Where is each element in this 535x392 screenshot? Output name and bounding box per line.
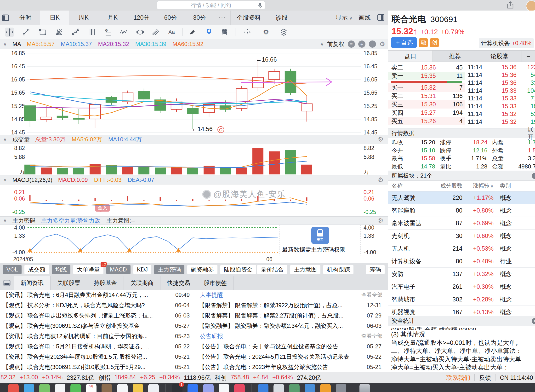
dock-app-icon[interactable]	[102, 384, 112, 392]
panel-tab-partial[interactable]: –	[522, 51, 535, 62]
sector-row-智能座舱[interactable]: 智能座舱80+0.80%概念	[388, 204, 535, 217]
vertical-lines-icon[interactable]	[88, 28, 97, 37]
volume-chart[interactable]: 8.828.825.885.88万万	[0, 144, 388, 175]
indicator-tab-主力密码[interactable]: 主力密码	[154, 265, 184, 274]
dock-app-icon[interactable]	[219, 384, 229, 392]
collapse-icon[interactable]: ∨	[3, 41, 7, 47]
adjust-mode-selector[interactable]: 前复权	[327, 40, 344, 48]
news-item[interactable]: 【观点】联合光电走出短线多头排列，缩量上涨形态：技...06-03	[0, 310, 196, 321]
indicator-tab-大单净量[interactable]: 大单净量L2	[73, 265, 103, 274]
contact-us-link[interactable]: 联系我们	[446, 374, 470, 382]
industry-chip[interactable]: 计算机设备+0.48%	[479, 38, 534, 48]
dock-app-icon[interactable]	[24, 384, 34, 392]
tab-分时[interactable]: 分时	[11, 11, 40, 25]
sector-row-智慧城市[interactable]: 智慧城市302+0.28%概念	[388, 293, 535, 306]
dock-app-icon[interactable]	[188, 384, 198, 392]
news-item[interactable]: 【观点】联合光电(300691.SZ)拟10股派1.5元于5月29...05-2…	[0, 362, 196, 372]
news-tab-关联股票[interactable]: 关联股票	[51, 276, 87, 290]
volume-settings-icon[interactable]: ⚙	[378, 136, 384, 143]
zoom-in-button[interactable]: ＋	[358, 40, 365, 48]
news-tab-关联期商[interactable]: 关联期商	[124, 276, 160, 290]
sidebar-toggle-icon[interactable]	[0, 11, 11, 25]
avatar[interactable]	[526, 0, 535, 12]
news-tab-新闻资讯[interactable]: 新闻资讯	[14, 276, 51, 290]
news-item[interactable]: 【观点】联合光电(300691.SZ)参与设立创业投资基金05-27	[0, 321, 196, 331]
indicator-tab-陆股通资金[interactable]: 陆股通资金	[220, 265, 256, 274]
news-tab-股市便签[interactable]: 股市便签	[197, 276, 234, 290]
magnet-icon[interactable]	[205, 28, 214, 37]
indicator-tab-成交额[interactable]: 成交额	[24, 265, 49, 274]
news-tab-快捷交易[interactable]: 快捷交易	[160, 276, 197, 290]
close-icon[interactable]: ×	[532, 318, 535, 324]
indicator-tab-机构跟踪[interactable]: 机构跟踪	[323, 265, 353, 274]
indicator-tab-VOL[interactable]: VOL	[3, 265, 22, 274]
tab-诊股[interactable]: 诊股	[267, 11, 296, 25]
panel-tab-推荐[interactable]: 推荐	[433, 51, 477, 62]
gann-icon[interactable]: G	[104, 28, 113, 37]
zhuli-chart[interactable]: 主力 最新数据需主力密码权限 4.004.001.331.33-4.00-4.0…	[0, 225, 388, 255]
dock-app-icon[interactable]: 1	[172, 384, 182, 392]
dock-trash-icon[interactable]	[359, 384, 370, 392]
dock-app-icon[interactable]	[305, 384, 315, 392]
macd-settings-icon[interactable]: ⚙	[378, 176, 384, 184]
indicator-tab-MACD[interactable]: MACD	[106, 265, 131, 274]
collapse-icon[interactable]: ∨	[3, 177, 7, 183]
dock-app-icon[interactable]	[39, 384, 50, 392]
news-item[interactable]: 【资讯】联合光电2023年年度每10股派1.5元 股权登记...05-21	[0, 352, 196, 362]
chart-settings-icon[interactable]: ⚙	[379, 40, 385, 48]
segment-icon[interactable]	[71, 28, 80, 37]
sector-row-毫米波雷达[interactable]: 毫米波雷达87+0.69%概念	[388, 217, 535, 230]
dock-app-icon[interactable]	[133, 384, 143, 392]
microphone-icon[interactable]	[258, 2, 262, 9]
pencil-icon[interactable]	[188, 28, 197, 37]
tab-···[interactable]: ···	[214, 11, 231, 25]
collapse-icon[interactable]: ∨	[3, 218, 7, 223]
news-item[interactable]: 【资讯】联合光电：6月4日融券卖出金额147.44万元，...09:49	[0, 290, 196, 300]
rect-icon[interactable]	[38, 28, 47, 37]
tab-60分[interactable]: 60分	[156, 11, 185, 25]
panel-toggle-icon[interactable]	[377, 14, 385, 21]
indicator-tab-筹码[interactable]: 筹码	[366, 265, 385, 274]
view-all-link[interactable]: 查看全部	[361, 291, 382, 299]
display-menu[interactable]: 显示 ∨	[336, 14, 353, 22]
tab-120分[interactable]: 120分	[127, 11, 156, 25]
news-item[interactable]: 【资讯】联合光电获12家机构调研：目前位于泰国的海...05-23	[0, 331, 196, 341]
dock-app-icon[interactable]	[258, 384, 268, 392]
trash-icon[interactable]	[220, 28, 229, 37]
news-item[interactable]: 【观点】技术分析：KDJ死叉，联合光电风险会增大吗?06-04	[0, 300, 196, 310]
news-item[interactable]: 【公告】联合光电：2023年年度权益分派实施公告05-21	[196, 362, 388, 372]
view-all-link[interactable]: 查看全部	[361, 333, 382, 340]
sector-row-光刻机[interactable]: 光刻机30+0.60%概念	[388, 230, 535, 242]
indicator-tab-主力意图[interactable]: 主力意图	[290, 265, 320, 274]
move-icon[interactable]	[5, 28, 14, 37]
indicator-tab-量价结合[interactable]: 量价结合	[257, 265, 287, 274]
sector-row-无人驾驶[interactable]: 无人驾驶220+1.17%概念	[388, 191, 535, 204]
tab-月K[interactable]: 月K	[98, 11, 127, 25]
zoom-out-button[interactable]: −	[369, 40, 376, 48]
indicator-tab-融资融券[interactable]: 融资融券	[187, 265, 217, 274]
tab-30分[interactable]: 30分	[185, 11, 214, 25]
tab-个股资料[interactable]: 个股资料	[231, 11, 267, 25]
sector-row-无人机[interactable]: 无人机214+0.53%概念	[388, 242, 535, 255]
info-icon[interactable]: i	[532, 173, 535, 179]
dock-app-icon[interactable]	[234, 384, 245, 392]
panel-tab-盘口[interactable]: 盘口	[388, 51, 433, 62]
dock-app-icon[interactable]	[8, 384, 19, 392]
dock-app-icon[interactable]	[320, 384, 331, 392]
dock-app-icon[interactable]	[148, 384, 159, 392]
hatch-icon[interactable]	[151, 28, 160, 37]
search-input[interactable]: 行情 / 功能 / 问句	[157, 1, 265, 9]
macd-chart[interactable]: 金叉 @股海美人鱼-安乐 0.210.210.060.06-0.25-0.25	[0, 184, 388, 216]
compare-button[interactable]: ≡	[348, 40, 355, 48]
indicator-tab-KDJ[interactable]: KDJ	[133, 265, 151, 274]
ellipse-icon[interactable]	[136, 28, 145, 37]
dock-app-icon[interactable]	[55, 384, 65, 392]
layers-icon[interactable]	[279, 28, 288, 37]
sector-row-计算机设备[interactable]: 计算机设备80+0.48%行业	[388, 255, 535, 268]
margin-tag[interactable]: 融	[419, 38, 428, 47]
panel-tab-论股堂[interactable]: 论股堂	[477, 51, 522, 62]
wave-icon[interactable]	[119, 28, 128, 37]
collapse-icon[interactable]: ∨	[3, 137, 7, 142]
gear-icon[interactable]: ⚙	[262, 28, 271, 37]
collapse-panel-icon[interactable]	[0, 276, 14, 290]
